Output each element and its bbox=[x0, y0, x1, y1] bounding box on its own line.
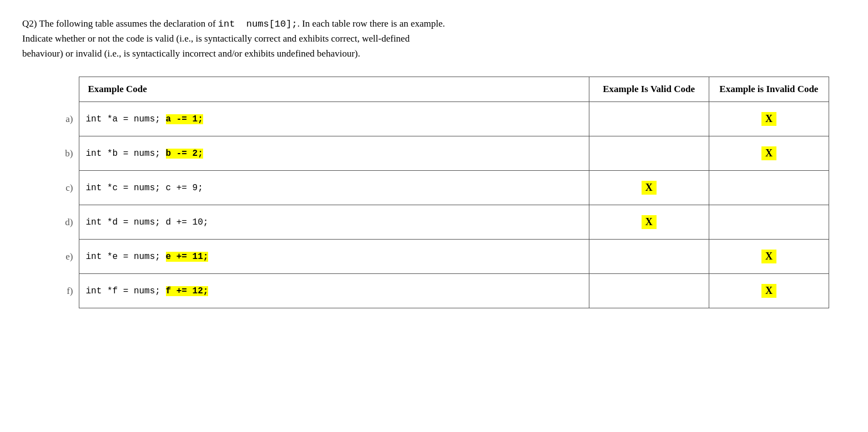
valid-cell-a bbox=[589, 102, 709, 136]
code-cell-b: int *b = nums; b -= 2; bbox=[79, 136, 589, 171]
invalid-x-mark: X bbox=[761, 284, 776, 298]
header-valid: Example Is Valid Code bbox=[589, 77, 709, 102]
intro-line3: behaviour) or invalid (i.e., is syntacti… bbox=[22, 47, 832, 61]
valid-cell-d: X bbox=[589, 205, 709, 240]
row-label-a: a) bbox=[55, 102, 79, 136]
valid-cell-e bbox=[589, 240, 709, 274]
table-row: e)int *e = nums; e += 11;X bbox=[55, 240, 829, 274]
table-row: b)int *b = nums; b -= 2;X bbox=[55, 136, 829, 171]
table-row: f)int *f = nums; f += 12;X bbox=[55, 274, 829, 308]
intro-line2: Indicate whether or not the code is vali… bbox=[22, 32, 832, 46]
row-label-e: e) bbox=[55, 240, 79, 274]
code-cell-d: int *d = nums; d += 10; bbox=[79, 205, 589, 240]
header-invalid: Example is Invalid Code bbox=[709, 77, 829, 102]
code-cell-e: int *e = nums; e += 11; bbox=[79, 240, 589, 274]
valid-cell-b bbox=[589, 136, 709, 171]
table-wrapper: Example Code Example Is Valid Code Examp… bbox=[55, 77, 829, 308]
invalid-cell-c bbox=[709, 171, 829, 205]
invalid-x-mark: X bbox=[761, 146, 776, 160]
table-row: c)int *c = nums; c += 9;X bbox=[55, 171, 829, 205]
row-label-f: f) bbox=[55, 274, 79, 308]
table-row: a)int *a = nums; a -= 1;X bbox=[55, 102, 829, 136]
invalid-x-mark: X bbox=[761, 250, 776, 263]
intro-line1-end: . In each table row there is an example. bbox=[297, 18, 445, 29]
header-code: Example Code bbox=[79, 77, 589, 102]
invalid-cell-b: X bbox=[709, 136, 829, 171]
invalid-cell-a: X bbox=[709, 102, 829, 136]
valid-cell-f bbox=[589, 274, 709, 308]
invalid-cell-f: X bbox=[709, 274, 829, 308]
code-cell-a: int *a = nums; a -= 1; bbox=[79, 102, 589, 136]
code-cell-f: int *f = nums; f += 12; bbox=[79, 274, 589, 308]
row-label-b: b) bbox=[55, 136, 79, 171]
invalid-x-mark: X bbox=[761, 112, 776, 126]
valid-x-mark: X bbox=[642, 215, 657, 229]
row-label-d: d) bbox=[55, 205, 79, 240]
valid-x-mark: X bbox=[642, 181, 657, 195]
table-row: d)int *d = nums; d += 10;X bbox=[55, 205, 829, 240]
invalid-cell-d bbox=[709, 205, 829, 240]
invalid-cell-e: X bbox=[709, 240, 829, 274]
valid-cell-c: X bbox=[589, 171, 709, 205]
row-label-c: c) bbox=[55, 171, 79, 205]
main-table: Example Code Example Is Valid Code Examp… bbox=[55, 77, 829, 308]
intro-line1: Q2) The following table assumes the decl… bbox=[22, 18, 218, 29]
code-cell-c: int *c = nums; c += 9; bbox=[79, 171, 589, 205]
code-snippet: int nums[10]; bbox=[218, 19, 297, 29]
intro-text: Q2) The following table assumes the decl… bbox=[22, 17, 832, 61]
